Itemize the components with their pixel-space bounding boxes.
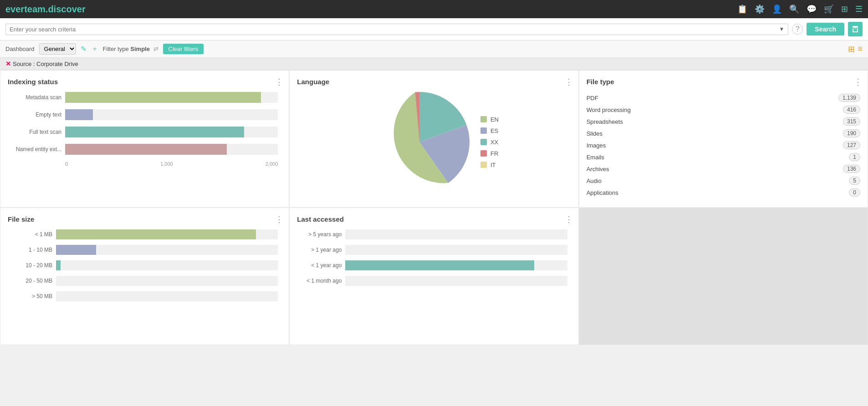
legend-item-xx: XX — [480, 139, 499, 146]
last-accessed-1yr: > 1 year ago — [301, 245, 567, 255]
chat-icon[interactable]: 💬 — [807, 4, 817, 14]
search-icon[interactable]: 🔍 — [789, 4, 799, 14]
legend-dot-it — [480, 162, 487, 168]
file-type-images: Images 127 — [587, 139, 860, 151]
save-search-button[interactable] — [848, 22, 863, 36]
file-size-fill-lt1mb — [56, 229, 256, 239]
bar-track-named — [65, 144, 278, 155]
legend-item-it: IT — [480, 162, 499, 168]
grid-icon[interactable]: ⊞ — [841, 4, 848, 14]
file-type-badge-slides: 190 — [843, 129, 860, 137]
bar-row-named: Named entity ext... — [11, 144, 278, 155]
bar-row-empty: Empty text — [11, 109, 278, 120]
language-pie-section: EN ES XX FR IT — [297, 92, 571, 192]
legend-label-es: ES — [490, 127, 498, 134]
file-type-title: File type — [587, 78, 860, 86]
file-type-audio: Audio 5 — [587, 175, 860, 187]
bar-fill-empty — [65, 109, 93, 120]
indexing-status-menu-button[interactable]: ⋮ — [275, 77, 283, 87]
legend-dot-en — [480, 116, 487, 122]
bar-label-metadata: Metadata scan — [11, 94, 61, 101]
file-type-emails: Emails 1 — [587, 151, 860, 163]
svg-rect-0 — [853, 26, 858, 28]
file-type-badge-spreadsheets: 315 — [843, 117, 860, 126]
bar-axis: 0 1,000 2,000 — [11, 161, 278, 167]
legend-label-fr: FR — [490, 150, 498, 157]
svg-rect-2 — [853, 29, 857, 31]
file-type-badge-pdf: 1,139 — [838, 94, 860, 102]
cart-icon[interactable]: 🛒 — [824, 4, 834, 14]
file-size-chart: < 1 MB 1 - 10 MB 10 - 20 MB 20 - 50 MB — [8, 229, 281, 301]
file-size-title: File size — [8, 215, 281, 223]
file-type-slides: Slides 190 — [587, 127, 860, 139]
add-filter-button[interactable]: ＋ — [91, 44, 98, 54]
brand-logo: everteam.discover — [5, 4, 86, 15]
file-type-spreadsheets: Spreadsheets 315 — [587, 116, 860, 127]
bar-row-fulltext: Full text scan — [11, 127, 278, 137]
bar-row-metadata: Metadata scan — [11, 92, 278, 103]
pie-legend: EN ES XX FR IT — [480, 116, 499, 168]
file-type-applications: Applications 0 — [587, 187, 860, 198]
save-icon — [851, 25, 859, 33]
bar-track-empty — [65, 109, 278, 120]
indexing-status-title: Indexing status — [8, 78, 281, 86]
dashboard-label: Dashboard — [5, 46, 35, 52]
file-size-bar-lt1mb: < 1 MB — [11, 229, 278, 239]
active-filters-bar: ✕ Source : Corporate Drive — [0, 58, 868, 70]
file-size-bar-gt50mb: > 50 MB — [11, 291, 278, 301]
help-button[interactable]: ? — [792, 24, 803, 35]
file-type-pdf: PDF 1,139 — [587, 92, 860, 104]
user-icon[interactable]: 👤 — [772, 4, 782, 14]
last-accessed-chart: > 5 years ago > 1 year ago < 1 year ago … — [297, 229, 571, 286]
language-title: Language — [297, 78, 571, 86]
file-type-badge-archives: 136 — [843, 165, 860, 173]
source-filter-tag: ✕ Source : Corporate Drive — [5, 60, 78, 67]
legend-item-es: ES — [480, 127, 499, 134]
file-type-list: PDF 1,139 Word processing 416 Spreadshee… — [587, 92, 860, 198]
top-navigation: everteam.discover 📋 ⚙️ 👤 🔍 💬 🛒 ⊞ ☰ — [0, 0, 868, 18]
last-accessed-menu-button[interactable]: ⋮ — [565, 214, 573, 224]
file-type-word: Word processing 416 — [587, 104, 860, 116]
dashboard-select[interactable]: General — [39, 43, 76, 55]
edit-filter-button[interactable]: ✎ — [81, 45, 87, 53]
legend-item-en: EN — [480, 116, 499, 123]
language-menu-button[interactable]: ⋮ — [565, 77, 573, 87]
file-size-bar-1-10mb: 1 - 10 MB — [11, 245, 278, 255]
search-input[interactable] — [10, 26, 779, 33]
remove-filter-button[interactable]: ✕ — [5, 60, 11, 67]
file-type-widget: File type ⋮ PDF 1,139 Word processing 41… — [579, 71, 868, 207]
bar-fill-named — [65, 144, 227, 155]
file-size-menu-button[interactable]: ⋮ — [275, 214, 283, 224]
legend-dot-fr — [480, 150, 487, 157]
documents-icon[interactable]: 📋 — [737, 4, 747, 14]
view-toggle: ⊞ ≡ — [848, 44, 863, 54]
list-view-button[interactable]: ≡ — [858, 44, 863, 54]
last-accessed-fill-lt1yr — [345, 260, 534, 270]
legend-label-xx: XX — [490, 139, 498, 146]
last-accessed-lt1month: < 1 month ago — [301, 276, 567, 286]
file-size-bar-20-50mb: 20 - 50 MB — [11, 276, 278, 286]
file-type-menu-button[interactable]: ⋮ — [854, 77, 862, 87]
legend-label-it: IT — [490, 162, 496, 168]
indexing-status-chart: Metadata scan Empty text Full text scan … — [8, 92, 281, 167]
legend-label-en: EN — [490, 116, 499, 123]
clear-filters-button[interactable]: Clear filters — [163, 44, 204, 54]
last-accessed-title: Last accessed — [297, 215, 571, 223]
file-size-fill-1-10mb — [56, 245, 96, 255]
file-type-badge-images: 127 — [843, 141, 860, 149]
legend-dot-xx — [480, 139, 487, 145]
grid-view-button[interactable]: ⊞ — [848, 44, 855, 54]
search-dropdown-button[interactable]: ▼ — [779, 26, 784, 32]
last-accessed-lt1yr: < 1 year ago — [301, 260, 567, 270]
axis-1000: 1,000 — [160, 161, 173, 167]
file-type-archives: Archives 136 — [587, 163, 860, 175]
settings-icon[interactable]: ⚙️ — [755, 4, 765, 14]
bar-fill-fulltext — [65, 127, 244, 137]
search-button[interactable]: Search — [807, 23, 844, 36]
last-accessed-5yrs: > 5 years ago — [301, 229, 567, 239]
menu-icon[interactable]: ☰ — [855, 4, 863, 14]
legend-item-fr: FR — [480, 150, 499, 157]
language-pie-chart — [369, 92, 470, 192]
file-type-badge-audio: 5 — [849, 177, 860, 185]
file-size-fill-10-20mb — [56, 260, 61, 270]
